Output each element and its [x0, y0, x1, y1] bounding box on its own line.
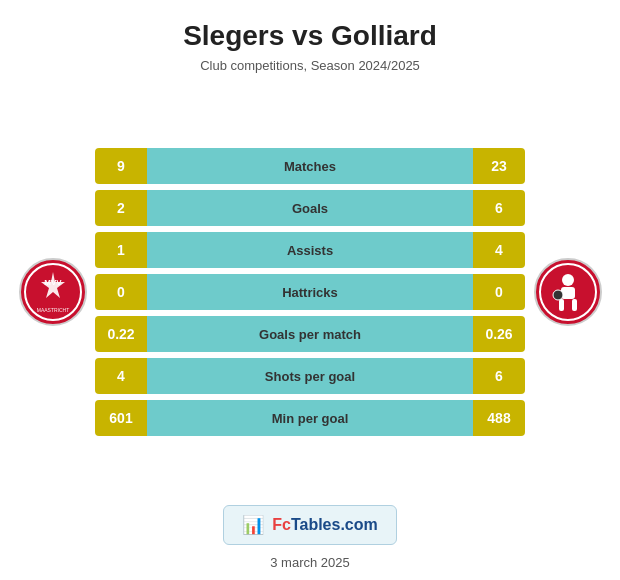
stat-row: 0.22Goals per match0.26 — [95, 316, 525, 352]
fctables-text: FcTables.com — [272, 516, 378, 534]
stat-row: 1Assists4 — [95, 232, 525, 268]
svg-text:MAASTRICHT: MAASTRICHT — [36, 307, 69, 313]
date-footer: 3 march 2025 — [270, 555, 350, 570]
right-team-logo — [525, 258, 610, 326]
fctables-icon: 📊 — [242, 514, 264, 536]
stat-row: 601Min per goal488 — [95, 400, 525, 436]
stat-right-value: 0 — [473, 274, 525, 310]
match-title: Slegers vs Golliard — [183, 20, 437, 52]
left-logo-circle: MVV MAASTRICHT — [19, 258, 87, 326]
stat-right-value: 6 — [473, 358, 525, 394]
stats-rows: 9Matches232Goals61Assists40Hattricks00.2… — [95, 148, 525, 436]
left-team-logo: MVV MAASTRICHT — [10, 258, 95, 326]
golliard-logo-svg — [538, 262, 598, 322]
stat-right-value: 23 — [473, 148, 525, 184]
stat-left-value: 1 — [95, 232, 147, 268]
svg-point-9 — [553, 290, 563, 300]
stat-left-value: 4 — [95, 358, 147, 394]
stat-right-value: 4 — [473, 232, 525, 268]
mvv-logo-svg: MVV MAASTRICHT — [23, 262, 83, 322]
svg-rect-7 — [559, 299, 564, 311]
stat-right-value: 0.26 — [473, 316, 525, 352]
stat-label: Goals — [147, 190, 473, 226]
stat-left-value: 2 — [95, 190, 147, 226]
page: Slegers vs Golliard Club competitions, S… — [0, 0, 620, 580]
svg-point-5 — [562, 274, 574, 286]
stat-label: Hattricks — [147, 274, 473, 310]
stat-row: 0Hattricks0 — [95, 274, 525, 310]
stat-left-value: 601 — [95, 400, 147, 436]
right-logo-circle — [534, 258, 602, 326]
stat-label: Goals per match — [147, 316, 473, 352]
stat-label: Assists — [147, 232, 473, 268]
match-subtitle: Club competitions, Season 2024/2025 — [200, 58, 420, 73]
stat-left-value: 0.22 — [95, 316, 147, 352]
stat-label: Shots per goal — [147, 358, 473, 394]
stat-row: 9Matches23 — [95, 148, 525, 184]
stat-label: Min per goal — [147, 400, 473, 436]
stat-row: 4Shots per goal6 — [95, 358, 525, 394]
comparison-area: MVV MAASTRICHT 9Matches232Goals61Assists… — [10, 91, 610, 493]
stat-label: Matches — [147, 148, 473, 184]
stat-row: 2Goals6 — [95, 190, 525, 226]
stat-right-value: 488 — [473, 400, 525, 436]
fctables-banner: 📊 FcTables.com — [223, 505, 397, 545]
stat-left-value: 9 — [95, 148, 147, 184]
stat-right-value: 6 — [473, 190, 525, 226]
svg-rect-8 — [572, 299, 577, 311]
stat-left-value: 0 — [95, 274, 147, 310]
